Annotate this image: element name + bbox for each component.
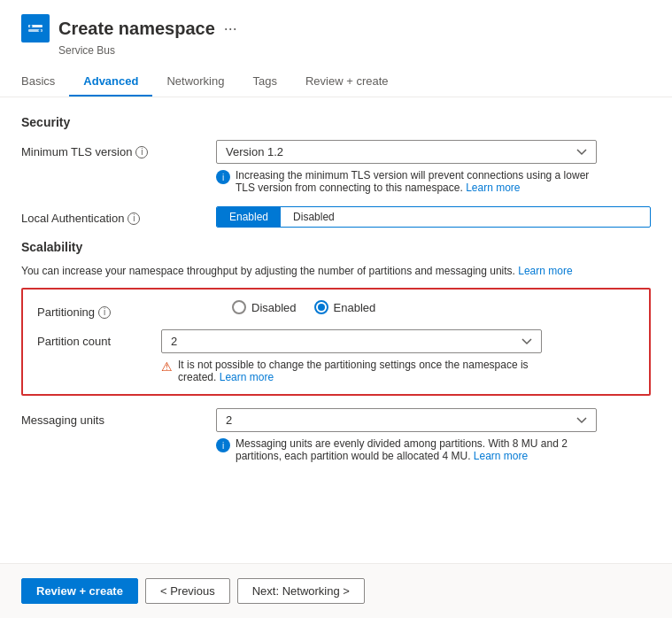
tab-basics[interactable]: Basics [21, 67, 69, 97]
partitioning-info-icon[interactable]: i [98, 306, 111, 319]
local-auth-info-icon[interactable]: i [127, 212, 140, 225]
partitioning-radio-group: Disabled Enabled [232, 300, 635, 314]
tab-review-create[interactable]: Review + create [291, 67, 403, 97]
partitioning-control: Disabled Enabled [232, 300, 635, 314]
svg-point-2 [30, 25, 33, 27]
security-section-title: Security [21, 115, 651, 129]
local-auth-enabled-btn[interactable]: Enabled [217, 207, 281, 227]
tab-tags[interactable]: Tags [238, 67, 290, 97]
previous-button[interactable]: < Previous [145, 578, 230, 604]
svg-point-3 [39, 29, 42, 32]
tab-networking[interactable]: Networking [152, 67, 238, 97]
local-auth-disabled-btn[interactable]: Disabled [281, 207, 347, 227]
partitioning-disabled-option[interactable]: Disabled [232, 300, 297, 314]
footer: Review + create < Previous Next: Network… [0, 563, 672, 618]
next-button[interactable]: Next: Networking > [237, 578, 365, 604]
scalability-description: You can increase your namespace throughp… [21, 265, 651, 277]
header: Create namespace ··· Service Bus Basics … [0, 0, 672, 97]
scalability-learn-more-link[interactable]: Learn more [518, 265, 572, 277]
messaging-units-label: Messaging units [21, 408, 216, 427]
review-create-button[interactable]: Review + create [21, 578, 138, 604]
local-auth-control: Enabled Disabled [216, 206, 651, 228]
partition-warning-learn-more-link[interactable]: Learn more [220, 371, 274, 383]
service-bus-icon [21, 14, 50, 42]
messaging-units-select[interactable]: 1 2 4 8 [216, 408, 597, 432]
partitioning-enabled-radio[interactable] [314, 300, 328, 314]
messaging-units-learn-more-link[interactable]: Learn more [474, 450, 528, 462]
partitioning-section: Partitioning i Disabled Enabled [21, 288, 651, 396]
tls-row: Minimum TLS version i Version 1.0 Versio… [21, 140, 651, 194]
partition-count-row: Partition count 1 2 4 8 ⚠ It is not poss… [37, 329, 635, 383]
page-title: Create namespace [58, 19, 215, 39]
tls-version-select[interactable]: Version 1.0 Version 1.1 Version 1.2 [216, 140, 597, 164]
content-area: Security Minimum TLS version i Version 1… [0, 97, 672, 563]
tls-learn-more-link[interactable]: Learn more [466, 182, 520, 194]
tls-info-box: i Increasing the minimum TLS version wil… [216, 169, 597, 194]
messaging-units-row: Messaging units 1 2 4 8 i Messaging unit… [21, 408, 651, 462]
partition-warning-box: ⚠ It is not possible to change the parti… [161, 359, 542, 383]
tls-info-circle-icon: i [216, 170, 230, 184]
messaging-units-info-circle-icon: i [216, 438, 230, 452]
partitioning-row: Partitioning i Disabled Enabled [37, 300, 635, 319]
local-auth-label: Local Authentication i [21, 206, 216, 225]
page-subtitle: Service Bus [58, 44, 651, 57]
tls-label: Minimum TLS version i [21, 140, 216, 158]
more-options-icon[interactable]: ··· [224, 19, 237, 38]
header-top: Create namespace ··· [21, 14, 651, 42]
partition-count-select[interactable]: 1 2 4 8 [161, 329, 542, 353]
messaging-units-info-box: i Messaging units are evenly divided amo… [216, 437, 597, 462]
local-auth-row: Local Authentication i Enabled Disabled [21, 206, 651, 228]
partition-count-label: Partition count [37, 329, 161, 348]
tab-bar: Basics Advanced Networking Tags Review +… [21, 67, 651, 97]
partitioning-disabled-radio[interactable] [232, 300, 246, 314]
tls-info-icon[interactable]: i [135, 146, 148, 158]
scalability-section-title: Scalability [21, 240, 651, 254]
main-container: Create namespace ··· Service Bus Basics … [0, 0, 672, 618]
partitioning-enabled-option[interactable]: Enabled [314, 300, 376, 314]
local-auth-toggle: Enabled Disabled [216, 206, 651, 228]
partition-warning-icon: ⚠ [161, 359, 173, 374]
partition-count-control: 1 2 4 8 ⚠ It is not possible to change t… [161, 329, 635, 383]
messaging-units-control: 1 2 4 8 i Messaging units are evenly div… [216, 408, 651, 462]
tls-control: Version 1.0 Version 1.1 Version 1.2 i In… [216, 140, 651, 194]
tab-advanced[interactable]: Advanced [69, 67, 152, 97]
partitioning-label: Partitioning i [37, 300, 232, 319]
